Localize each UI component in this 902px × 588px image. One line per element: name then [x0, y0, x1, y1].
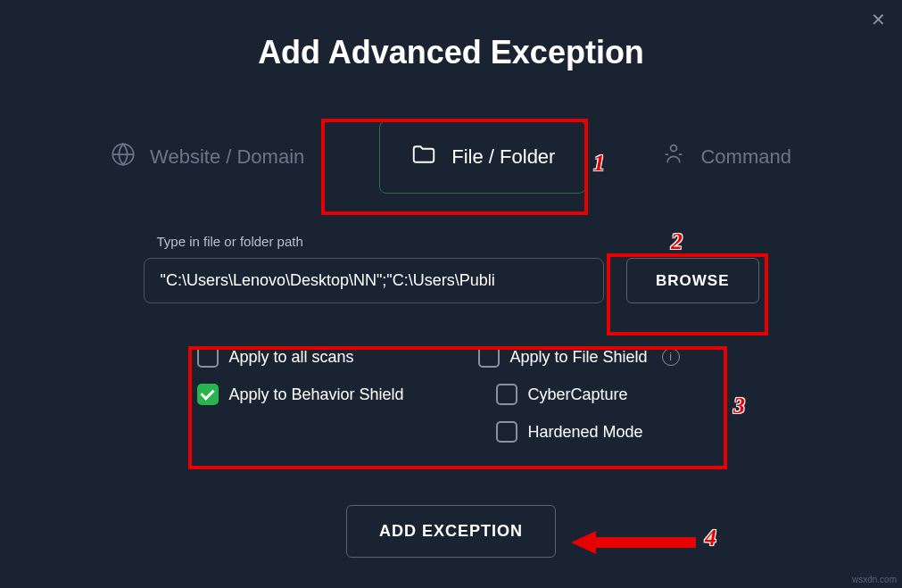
checkbox-unchecked-icon: [496, 421, 517, 443]
option-label: CyberCapture: [528, 385, 628, 404]
tab-label: Website / Domain: [150, 145, 304, 169]
browse-button[interactable]: BROWSE: [626, 258, 759, 303]
watermark: wsxdn.com: [852, 575, 897, 584]
option-cybercapture[interactable]: CyberCapture: [460, 384, 706, 405]
svg-marker-2: [571, 531, 696, 554]
globe-icon: [111, 142, 136, 172]
option-label: Apply to all scans: [229, 348, 354, 367]
option-behavior-shield[interactable]: Apply to Behavior Shield: [197, 384, 443, 405]
option-label: Hardened Mode: [528, 423, 643, 442]
checkbox-checked-icon: [197, 384, 219, 405]
apply-options: Apply to all scans Apply to File Shield …: [188, 330, 715, 462]
tab-label: Command: [700, 145, 790, 169]
annotation-number: 4: [705, 525, 716, 551]
tab-website-domain[interactable]: Website / Domain: [80, 122, 335, 192]
option-label: Apply to Behavior Shield: [229, 385, 404, 404]
command-icon: [661, 142, 686, 172]
tab-label: File / Folder: [451, 145, 555, 169]
folder-icon: [410, 141, 437, 173]
tab-file-folder[interactable]: File / Folder: [379, 120, 586, 194]
svg-point-1: [671, 145, 677, 152]
checkbox-unchecked-icon: [478, 346, 500, 368]
option-all-scans[interactable]: Apply to all scans: [197, 346, 443, 368]
add-exception-button[interactable]: ADD EXCEPTION: [346, 505, 556, 558]
path-row: BROWSE: [144, 258, 759, 303]
close-button[interactable]: ✕: [871, 11, 886, 29]
info-icon[interactable]: i: [662, 348, 680, 366]
annotation-number: 3: [733, 393, 745, 419]
option-hardened-mode[interactable]: Hardened Mode: [460, 421, 706, 443]
exception-type-tabs: Website / Domain File / Folder Command: [0, 120, 902, 194]
page-title: Add Advanced Exception: [0, 0, 902, 71]
checkbox-unchecked-icon: [496, 384, 517, 405]
checkbox-unchecked-icon: [197, 346, 219, 368]
annotation-arrow-icon: [571, 531, 696, 554]
option-label: Apply to File Shield: [510, 348, 648, 367]
path-input-label: Type in file or folder path: [157, 234, 759, 249]
tab-command[interactable]: Command: [631, 122, 821, 192]
path-section: Type in file or folder path BROWSE: [144, 234, 759, 303]
path-input[interactable]: [144, 258, 605, 303]
option-file-shield[interactable]: Apply to File Shield i: [460, 346, 706, 368]
